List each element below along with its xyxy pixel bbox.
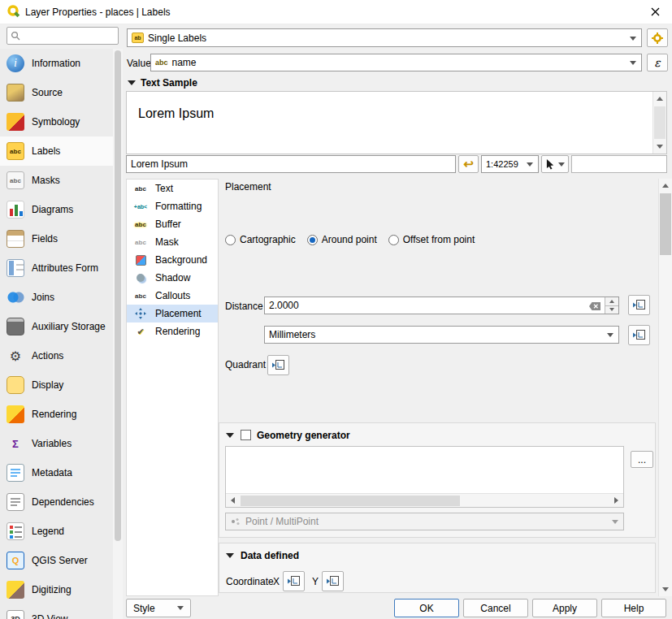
- tab-mask[interactable]: Mask: [127, 233, 218, 251]
- tab-callouts[interactable]: Callouts: [127, 287, 218, 305]
- spinner-buttons[interactable]: [605, 297, 618, 314]
- preview-scrollbar[interactable]: [652, 92, 666, 154]
- sidebar-item-rendering[interactable]: Rendering: [0, 400, 123, 429]
- panel-scrollbar[interactable]: [658, 179, 672, 596]
- close-icon: [651, 7, 660, 16]
- clear-value-icon[interactable]: [589, 301, 600, 313]
- distance-spinbox[interactable]: [264, 297, 619, 314]
- scroll-up-arrow[interactable]: [653, 92, 666, 106]
- tab-shadow[interactable]: Shadow: [127, 269, 218, 287]
- sidebar-item-information[interactable]: Information: [0, 49, 123, 78]
- radio-icon: [225, 235, 236, 245]
- sidebar-item-digitizing[interactable]: Digitizing: [0, 575, 123, 604]
- cancel-button-label: Cancel: [480, 603, 510, 614]
- radio-around-point[interactable]: Around point: [307, 234, 377, 245]
- value-field-name: name: [172, 57, 197, 68]
- help-button[interactable]: Help: [601, 599, 666, 617]
- tab-label: Mask: [155, 236, 179, 248]
- text-sample-header[interactable]: Text Sample: [128, 77, 197, 89]
- scroll-left-arrow[interactable]: [226, 494, 240, 507]
- cancel-button[interactable]: Cancel: [463, 599, 528, 617]
- sidebar-scrollbar[interactable]: [113, 49, 123, 619]
- sidebar-item-3d-view[interactable]: 3D View: [0, 604, 123, 619]
- reset-sample-button[interactable]: ↩: [458, 155, 479, 173]
- cursor-icon: [546, 159, 555, 170]
- scroll-down-arrow[interactable]: [659, 582, 672, 596]
- map-settings-button[interactable]: [541, 155, 569, 173]
- callouts-icon: [131, 289, 150, 302]
- expression-dialog-button[interactable]: ...: [631, 451, 653, 468]
- sidebar-item-display[interactable]: Display: [0, 370, 123, 400]
- sidebar-item-fields[interactable]: Fields: [0, 224, 123, 253]
- sidebar-item-dependencies[interactable]: Dependencies: [0, 487, 123, 517]
- value-field-combobox[interactable]: abc name: [150, 54, 642, 71]
- sidebar-item-joins[interactable]: Joins: [0, 283, 123, 312]
- distance-data-defined-button[interactable]: [628, 295, 650, 315]
- sidebar-item-actions[interactable]: Actions: [0, 341, 123, 370]
- geometry-type-value: Point / MultiPoint: [245, 516, 319, 527]
- spin-down[interactable]: [605, 306, 618, 314]
- collapse-triangle-icon[interactable]: [226, 553, 234, 558]
- sidebar-item-masks[interactable]: Masks: [0, 166, 123, 195]
- distance-units-combobox[interactable]: Millimeters: [264, 326, 619, 344]
- coordinate-y-data-defined-button[interactable]: [322, 571, 344, 591]
- data-defined-group: Data defined Coordinate X Y: [219, 543, 656, 593]
- joins-icon: [7, 288, 24, 306]
- sidebar-item-attributes-form[interactable]: Attributes Form: [0, 253, 123, 283]
- tab-text[interactable]: Text: [127, 180, 218, 197]
- sidebar-item-legend[interactable]: Legend: [0, 517, 123, 546]
- preview-background-box[interactable]: [571, 155, 667, 173]
- preview-scale-combobox[interactable]: 1:42259: [481, 155, 539, 173]
- scroll-down-arrow[interactable]: [653, 140, 666, 154]
- units-data-defined-button[interactable]: [628, 325, 650, 345]
- sidebar-item-auxiliary-storage[interactable]: Auxiliary Storage: [0, 312, 123, 341]
- collapse-triangle-icon[interactable]: [226, 433, 234, 438]
- geometry-generator-checkbox[interactable]: [241, 430, 251, 440]
- sidebar-item-symbology[interactable]: Symbology: [0, 107, 123, 136]
- editor-h-scrollbar[interactable]: [226, 493, 623, 507]
- radio-icon: [388, 235, 399, 245]
- automated-placement-settings-button[interactable]: [647, 28, 668, 47]
- tab-buffer[interactable]: Buffer: [127, 215, 218, 233]
- style-menu-button[interactable]: Style: [126, 599, 191, 617]
- tab-placement[interactable]: Placement: [127, 305, 218, 322]
- radio-offset-from-point[interactable]: Offset from point: [388, 234, 475, 245]
- sidebar-item-diagrams[interactable]: Diagrams: [0, 195, 123, 224]
- geometry-type-combobox[interactable]: Point / MultiPoint: [225, 513, 624, 530]
- sample-text-input[interactable]: [126, 155, 456, 173]
- coordinate-x-data-defined-button[interactable]: [283, 571, 305, 591]
- panel-scrollbar-thumb[interactable]: [660, 193, 671, 255]
- scroll-up-arrow[interactable]: [659, 179, 672, 193]
- sidebar-item-label: Digitizing: [32, 584, 72, 595]
- variables-icon: [7, 435, 24, 452]
- scroll-right-arrow[interactable]: [609, 494, 623, 507]
- close-button[interactable]: [638, 0, 672, 24]
- quadrant-data-defined-button[interactable]: [267, 355, 289, 375]
- ok-button[interactable]: OK: [394, 599, 459, 617]
- sidebar-item-labels[interactable]: Labels: [0, 136, 123, 166]
- editor-scrollbar-thumb[interactable]: [241, 496, 460, 506]
- radio-label: Around point: [322, 234, 377, 245]
- apply-button[interactable]: Apply: [532, 599, 597, 617]
- attributes-form-icon: [7, 259, 24, 277]
- sidebar-item-qgis-server[interactable]: QGIS Server: [0, 546, 123, 575]
- spin-up[interactable]: [605, 297, 618, 306]
- sidebar-scrollbar-thumb[interactable]: [115, 50, 121, 541]
- sidebar-item-label: Actions: [32, 350, 63, 361]
- search-input[interactable]: [24, 29, 115, 42]
- radio-cartographic[interactable]: Cartographic: [225, 234, 296, 245]
- sidebar-item-source[interactable]: Source: [0, 78, 123, 107]
- tab-background[interactable]: Background: [127, 251, 218, 269]
- sidebar-item-metadata[interactable]: Metadata: [0, 458, 123, 487]
- sidebar-item-label: Information: [32, 58, 80, 69]
- legend-icon: [7, 522, 24, 540]
- layer-properties-dialog: Layer Properties - places | Labels Infor…: [0, 0, 672, 619]
- tab-rendering[interactable]: Rendering: [127, 322, 218, 340]
- expression-builder-button[interactable]: ε: [647, 54, 668, 71]
- tab-formatting[interactable]: Formatting: [127, 197, 218, 215]
- sidebar-item-variables[interactable]: Variables: [0, 429, 123, 458]
- preview-scrollbar-thumb[interactable]: [654, 106, 665, 139]
- labeling-mode-combobox[interactable]: Single Labels: [127, 28, 642, 47]
- geometry-expression-editor[interactable]: [225, 446, 624, 508]
- distance-input[interactable]: [265, 297, 582, 314]
